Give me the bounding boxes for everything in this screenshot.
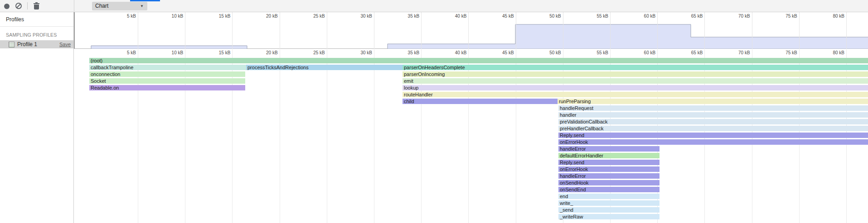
overview-gridline (374, 12, 374, 49)
overview-gridline (468, 12, 469, 49)
overview-gridline (185, 12, 185, 49)
flame-bar[interactable]: onErrorHook (558, 166, 659, 172)
overview-gridline (516, 12, 516, 49)
ruler-tick-label: 30 kB (347, 14, 372, 19)
overview-gridline (610, 12, 611, 49)
flame-bar[interactable]: Reply.send (558, 133, 868, 138)
ruler-tick-label: 20 kB (252, 50, 278, 55)
ruler-tick-label: 40 kB (441, 50, 466, 55)
flame-bar[interactable]: Socket (89, 78, 245, 84)
flame-bar[interactable]: onSendHook (558, 180, 659, 185)
profile-item-selected[interactable]: Profile 1 Save (0, 40, 73, 48)
flame-bar[interactable]: parserOnHeadersComplete (402, 65, 868, 70)
overview-gridline (280, 12, 280, 49)
flame-chart-area[interactable]: 5 kB5 kB10 kB10 kB15 kB15 kB20 kB20 kB25… (74, 12, 868, 223)
overview-gridline (563, 12, 563, 49)
flame-bar[interactable]: handler (558, 112, 868, 118)
ruler-tick-label: 80 kB (819, 14, 844, 19)
ruler-tick-label: 45 kB (489, 50, 514, 55)
record-button[interactable] (4, 4, 10, 9)
flame-bar[interactable]: callbackTrampoline (89, 65, 246, 70)
flame-gridline (327, 49, 327, 223)
flame-bar[interactable]: handleError (558, 146, 659, 152)
overview-gridline (232, 12, 233, 49)
overview-gridline (421, 12, 422, 49)
flame-bar[interactable]: (root) (89, 58, 868, 63)
profile-grid-icon (9, 42, 15, 47)
active-tab-indicator (130, 0, 160, 1)
ruler-tick-label: 65 kB (677, 14, 703, 19)
devtools-profiler-panel: Chart ▼ Profiles SAMPLING PROFILES Profi… (0, 0, 868, 223)
ruler-tick-label: 30 kB (347, 50, 372, 55)
ruler-tick-label: 20 kB (252, 14, 278, 19)
ruler-tick-label: 10 kB (158, 50, 183, 55)
flame-bar[interactable]: write_ (558, 200, 659, 206)
flame-bar[interactable]: child (402, 99, 558, 104)
ruler-tick-label: 5 kB (111, 50, 136, 55)
chevron-down-icon: ▼ (140, 2, 144, 10)
flame-bar[interactable]: Readable.on (89, 85, 245, 90)
flame-bar[interactable]: handleError (558, 173, 659, 179)
flame-bar[interactable]: routeHandler (402, 92, 868, 97)
flame-bar[interactable]: preValidationCallback (558, 119, 868, 124)
ruler-tick-label: 10 kB (158, 14, 183, 19)
flame-bar[interactable]: emit (402, 78, 868, 84)
sampling-profiles-section-label: SAMPLING PROFILES (0, 27, 73, 40)
ruler-tick-label: 50 kB (536, 14, 561, 19)
ruler-tick-label: 60 kB (630, 50, 655, 55)
flame-gridline (280, 49, 280, 223)
ruler-tick-label: 65 kB (677, 50, 703, 55)
profiles-sidebar: Profiles SAMPLING PROFILES Profile 1 Sav… (0, 12, 74, 223)
overview-gridline (752, 12, 752, 49)
flame-bar[interactable]: _writeRaw (558, 214, 659, 219)
save-profile-link[interactable]: Save (59, 42, 71, 47)
ruler-tick-label: 5 kB (111, 14, 136, 19)
ruler-tick-label: 60 kB (630, 14, 655, 19)
overview-gridline (846, 12, 847, 49)
ruler-tick-label: 75 kB (772, 14, 797, 19)
toolbar-separator (27, 2, 28, 9)
delete-profile-button[interactable] (34, 3, 39, 9)
flame-bar[interactable]: lookup (402, 85, 868, 90)
ruler-tick-label: 25 kB (300, 14, 325, 19)
flame-bar[interactable]: parserOnIncoming (402, 71, 868, 77)
ruler-tick-label: 35 kB (394, 14, 419, 19)
ruler-tick-label: 80 kB (819, 50, 844, 55)
ruler-tick-label: 35 kB (394, 50, 419, 55)
flame-bar[interactable]: processTicksAndRejections (246, 65, 402, 70)
ruler-tick-label: 50 kB (536, 50, 561, 55)
profiler-toolbar: Chart ▼ (0, 0, 868, 12)
overview-gridline (138, 12, 138, 49)
flame-bar[interactable]: onconnection (89, 71, 245, 77)
ruler-tick-label: 70 kB (725, 50, 750, 55)
toolbar-divider (74, 0, 74, 12)
flame-bar[interactable]: defaultErrorHandler (558, 153, 659, 158)
profile-name: Profile 1 (17, 41, 59, 47)
ruler-tick-label: 45 kB (489, 14, 514, 19)
flame-bar[interactable]: onSendEnd (558, 187, 659, 192)
flame-bar[interactable]: _send (558, 207, 659, 213)
flame-bar[interactable]: preHandlerCallback (558, 126, 868, 131)
clear-profiles-icon[interactable] (15, 3, 22, 9)
flame-gridline (374, 49, 374, 223)
ruler-tick-label: 75 kB (772, 50, 797, 55)
ruler-tick-label: 55 kB (583, 50, 608, 55)
flame-bar[interactable]: handleRequest (558, 105, 868, 111)
ruler-tick-label: 15 kB (205, 14, 230, 19)
ruler-tick-label: 15 kB (205, 50, 230, 55)
flame-bar[interactable]: runPreParsing (558, 99, 868, 104)
ruler-tick-label: 55 kB (583, 14, 608, 19)
flame-bar[interactable]: end (558, 194, 659, 199)
ruler-tick-label: 40 kB (441, 14, 466, 19)
flame-bar[interactable]: Reply.send (558, 160, 659, 165)
flame-bar[interactable]: onErrorHook (558, 139, 868, 145)
ruler-tick-label: 25 kB (300, 50, 325, 55)
view-mode-select[interactable]: Chart ▼ (92, 2, 147, 10)
overview-gridline (657, 12, 658, 49)
overview-gridline (799, 12, 800, 49)
sidebar-title: Profiles (0, 12, 73, 27)
view-mode-value: Chart (95, 3, 108, 9)
overview-gridline (327, 12, 327, 49)
ruler-tick-label: 70 kB (725, 14, 750, 19)
overview-gridline (704, 12, 705, 49)
